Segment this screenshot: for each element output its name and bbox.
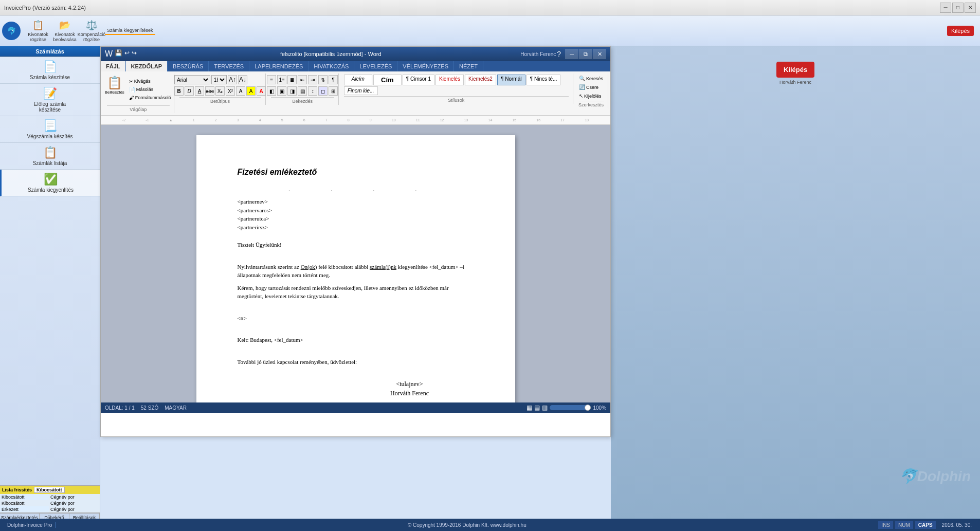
tab-hivatkozas[interactable]: HIVATKOZÁS — [308, 61, 354, 71]
line-spacing-button[interactable]: ↕ — [308, 86, 317, 96]
text-effects-button[interactable]: A — [236, 86, 245, 96]
sidebar-item-szamla-kiegyenlites[interactable]: ✅ Számla kiegyenlítés — [0, 170, 100, 196]
szamlak-listaja-label: Számlák listája — [33, 160, 67, 166]
style-alcim[interactable]: Alcím — [344, 75, 372, 85]
table-row: Érkezett Cégnév por — [0, 506, 100, 512]
tab-fajl[interactable]: FÁJL — [101, 61, 126, 71]
style-finom[interactable]: Finom kie... — [344, 86, 378, 95]
ribbon-content-kezdolap: 📋 Beillesztés ✂ Kivágás 📄 Más — [101, 71, 610, 115]
minimize-button[interactable]: ─ — [940, 3, 951, 13]
style-nincs[interactable]: ¶ Nincs té... — [527, 75, 561, 85]
find-button[interactable]: 🔍 Keresés — [577, 75, 605, 82]
zoom-slider[interactable] — [550, 405, 591, 410]
szamla-kiegyenlites-link[interactable]: Számla kiegyenlítések — [105, 27, 155, 35]
sidebar-item-vegszamla[interactable]: 📃 Végszámla készítés — [0, 116, 100, 143]
show-formatting-button[interactable]: ¶ — [329, 75, 338, 84]
word-doc-area[interactable]: Fizetési emlékeztető • • • • <partnernev… — [101, 125, 610, 402]
grow-font-button[interactable]: A↑ — [228, 75, 237, 84]
sidebar-item-szamla-keszites[interactable]: 📄 Számla készítése — [0, 57, 100, 84]
exit-button-right[interactable]: Kilépés — [776, 62, 814, 78]
tab-levelezés[interactable]: LEVELEZÉS — [354, 61, 397, 71]
exit-button[interactable]: Kilépés — [947, 26, 974, 36]
statusbar-dolphin-tab[interactable]: Dolphin-Invoice Pro — [4, 522, 56, 528]
toolbar-btn-kivonatok-beolvasasa[interactable]: 📂 Kivonatokbeolvasása — [51, 17, 78, 44]
tab-velemenvezes[interactable]: VÉLEMÉNYEZÉS — [397, 61, 454, 71]
maximize-button[interactable]: □ — [952, 3, 964, 13]
indent-decrease-button[interactable]: ⇤ — [298, 75, 307, 84]
multilevel-button[interactable]: ≣ — [287, 75, 297, 84]
cut-button[interactable]: ✂ Kivágás — [127, 78, 173, 85]
sidebar-item-elolegs-szamla[interactable]: 📝 Előleg számlakészítése — [0, 84, 100, 116]
word-restore-button[interactable]: ⧉ — [579, 49, 592, 59]
word-window-controls: ─ ⧉ ✕ — [565, 49, 606, 59]
redo-icon[interactable]: ↪ — [132, 49, 137, 59]
font-name-select[interactable]: Arial — [174, 75, 210, 84]
dolphin-watermark: 🐬Dolphin — [899, 468, 971, 485]
close-button[interactable]: ✕ — [965, 3, 976, 13]
styles-group-label: Stílusok — [344, 96, 569, 103]
align-left-button[interactable]: ◧ — [267, 86, 276, 96]
toolbar-btn-kompenzacio[interactable]: ⚖️ Kompenzációrögzítse — [78, 17, 105, 44]
kompenzacio-label: Kompenzációrögzítse — [78, 32, 106, 42]
borders-button[interactable]: ⊞ — [329, 86, 338, 96]
select-button[interactable]: ↖ Kijelölés — [577, 92, 605, 100]
list-table: Kibocsátott Cégnév por Kibocsátott Cégné… — [0, 494, 100, 512]
style-kiemeles[interactable]: Kiemelés — [435, 75, 464, 85]
doc-body1: Nyilvántartásunk szerint az On(ok) felé … — [238, 263, 479, 280]
format-painter-button[interactable]: 🖌 Formátummásoló — [127, 94, 173, 102]
shrink-font-button[interactable]: A↓ — [238, 75, 247, 84]
word-word-count: 52 SZÓ — [141, 405, 158, 411]
style-cimsor1[interactable]: ¶ Cimsor 1 — [403, 75, 434, 85]
align-center-button[interactable]: ▣ — [277, 86, 286, 96]
toolbar-btn-kivonatok-rogzitse[interactable]: 📋 Kivonatokrögzítse — [25, 17, 51, 44]
paste-button[interactable]: 📋 Beillesztés — [103, 75, 126, 104]
word-close-button[interactable]: ✕ — [593, 49, 606, 59]
view-mode-btn-2[interactable]: ▤ — [534, 404, 540, 411]
sidebar-item-szamlak-listaja[interactable]: 📋 Számlák listája — [0, 143, 100, 170]
tab-tervezes[interactable]: TERVEZÉS — [209, 61, 249, 71]
shading-button[interactable]: ◻ — [318, 86, 328, 96]
doc-table-placeholder: <tt> — [238, 314, 479, 323]
tab-lapelrendezes[interactable]: LAPELRENDEZÉS — [249, 61, 308, 71]
sidebar: Számlázás 📄 Számla készítése 📝 Előleg sz… — [0, 46, 100, 531]
view-mode-btn-1[interactable]: ▦ — [527, 404, 532, 411]
word-page[interactable]: Fizetési emlékeztető • • • • <partnernev… — [196, 135, 515, 402]
subscript-button[interactable]: X₂ — [215, 86, 225, 96]
numbering-button[interactable]: 1≡ — [277, 75, 286, 84]
copy-button[interactable]: 📄 Másolás — [127, 86, 173, 94]
word-minimize-button[interactable]: ─ — [565, 49, 578, 59]
kibocsatott-btn[interactable]: Kibocsátott — [34, 487, 65, 493]
highlight-button[interactable]: A — [246, 86, 256, 96]
bold-button[interactable]: B — [174, 86, 184, 96]
underline-button[interactable]: A — [195, 86, 204, 96]
window-controls: ─ □ ✕ — [940, 3, 976, 13]
copy-label: Másolás — [136, 87, 154, 92]
ribbon-group-paragraph: ≡ 1≡ ≣ ⇤ ⇥ ⇅ ¶ ◧ ▣ ◨ — [267, 74, 339, 105]
szamlak-listaja-icon: 📋 — [43, 146, 57, 159]
font-color-button[interactable]: A — [257, 86, 266, 96]
editing-group-label: Szerkesztés — [578, 101, 604, 107]
strikethrough-button[interactable]: abc — [205, 86, 214, 96]
justify-button[interactable]: ▤ — [298, 86, 307, 96]
replace-button[interactable]: 🔄 Csere — [577, 83, 605, 91]
doc-body2: Kérem, hogy tartozását rendezni mielőbb … — [238, 284, 479, 301]
style-normal[interactable]: ¶ Normál — [497, 75, 525, 85]
bullets-button[interactable]: ≡ — [267, 75, 276, 84]
align-right-button[interactable]: ◨ — [287, 86, 297, 96]
undo-icon[interactable]: ↩ — [124, 49, 130, 59]
word-ribbon: FÁJL KEZDŐLAP BESZÚRÁS TERVEZÉS LAPELREN… — [101, 61, 610, 116]
word-help-icon[interactable]: ? — [557, 50, 561, 58]
word-page-indicator: OLDAL: 1 / 1 — [105, 405, 135, 411]
view-mode-btn-3[interactable]: ▥ — [542, 404, 548, 411]
tab-beszuras[interactable]: BESZÚRÁS — [168, 61, 209, 71]
sort-button[interactable]: ⇅ — [318, 75, 328, 84]
style-cim[interactable]: Cím — [373, 75, 402, 85]
superscript-button[interactable]: X² — [226, 86, 235, 96]
tab-nezet[interactable]: NÉZET — [454, 61, 483, 71]
font-size-select[interactable]: 18 — [211, 75, 227, 84]
style-kiemeles2[interactable]: Kiemelés2 — [465, 75, 496, 85]
tab-kezdolap[interactable]: KEZDŐLAP — [126, 61, 168, 71]
italic-button[interactable]: D — [185, 86, 194, 96]
save-icon[interactable]: 💾 — [115, 49, 122, 59]
indent-increase-button[interactable]: ⇥ — [308, 75, 317, 84]
